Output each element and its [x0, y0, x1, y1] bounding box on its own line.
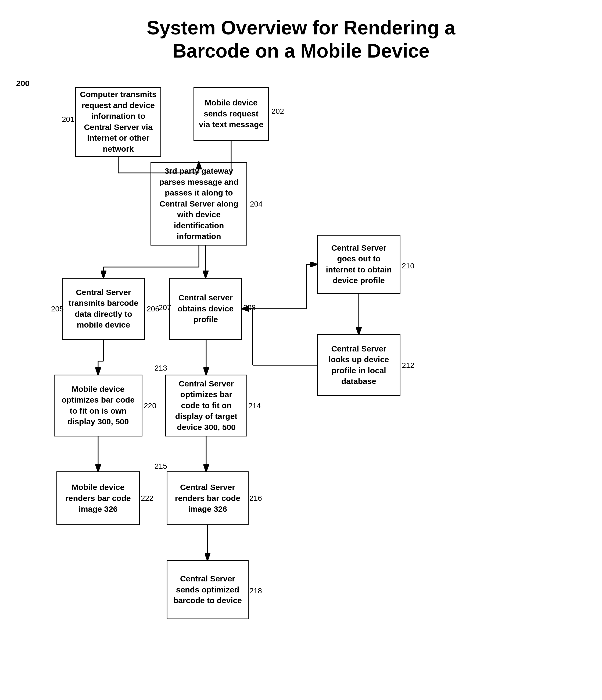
- label-216: 216: [250, 494, 262, 503]
- node-205: Central Server transmits barcode data di…: [62, 278, 145, 340]
- label-212: 212: [402, 361, 414, 370]
- node-222: Mobile device renders bar code image 326: [56, 471, 140, 525]
- node-214: Central Server optimizes bar code to fit…: [165, 375, 247, 436]
- node-210: Central Server goes out to internet to o…: [317, 235, 400, 294]
- label-222: 222: [141, 494, 154, 503]
- label-204: 204: [250, 200, 263, 208]
- label-218: 218: [250, 586, 262, 595]
- label-207: 207: [159, 303, 171, 312]
- page-title: System Overview for Rendering a Barcode …: [0, 0, 602, 73]
- node-201: Computer transmits request and device in…: [75, 87, 161, 157]
- label-202: 202: [271, 107, 284, 116]
- node-202: Mobile device sends request via text mes…: [193, 87, 269, 141]
- node-208: Central server obtains device profile: [169, 278, 242, 340]
- node-220: Mobile device optimizes bar code to fit …: [54, 375, 142, 436]
- label-213: 213: [155, 364, 167, 372]
- diagram-label-200: 200: [16, 79, 30, 88]
- label-214: 214: [248, 401, 261, 410]
- label-208: 208: [243, 303, 256, 312]
- label-205: 205: [51, 305, 64, 313]
- node-218: Central Server sends optimized barcode t…: [167, 560, 248, 619]
- label-201: 201: [62, 115, 74, 124]
- label-206: 206: [147, 305, 159, 313]
- label-220: 220: [144, 401, 156, 410]
- label-215: 215: [155, 462, 167, 471]
- node-204: 3rd party gateway parses message and pas…: [151, 162, 247, 246]
- node-212: Central Server looks up device profile i…: [317, 334, 400, 396]
- label-210: 210: [402, 262, 414, 270]
- diagram-container: 200 Computer transmits request and devic…: [0, 73, 602, 700]
- node-216: Central Server renders bar code image 32…: [167, 471, 248, 525]
